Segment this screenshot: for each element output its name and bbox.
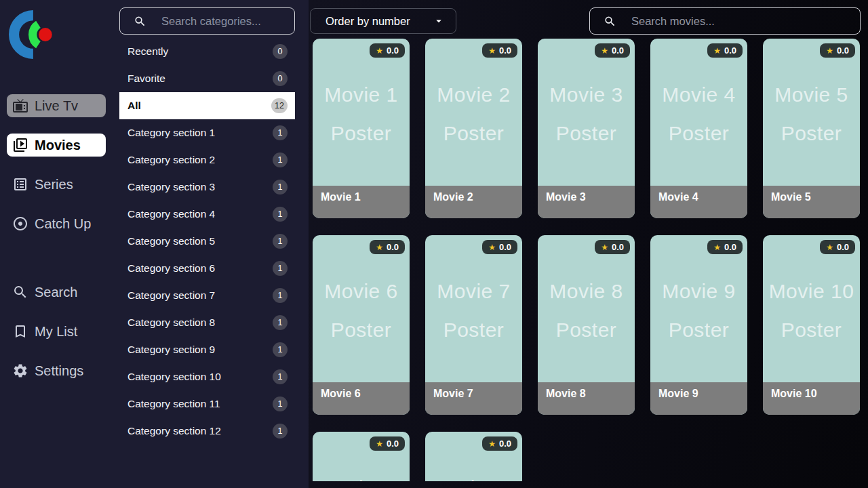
rating-value: 0.0 xyxy=(499,439,511,448)
category-row[interactable]: Category section 3 1 xyxy=(119,174,295,201)
category-label: Category section 6 xyxy=(127,262,215,274)
star-icon: ★ xyxy=(826,47,833,55)
category-label: Category section 9 xyxy=(127,344,215,356)
category-row[interactable]: Favorite 0 xyxy=(119,65,295,92)
series-icon xyxy=(12,176,28,192)
movie-title: Movie 2 xyxy=(425,186,522,218)
poster-line2: Poster xyxy=(331,319,392,342)
movie-card[interactable]: Movie 11 Poster ★ 0.0 Movie 11 xyxy=(313,432,410,481)
movie-card[interactable]: Movie 9 Poster ★ 0.0 Movie 9 xyxy=(650,235,747,415)
movie-card[interactable]: Movie 8 Poster ★ 0.0 Movie 8 xyxy=(538,235,635,415)
rating-value: 0.0 xyxy=(724,46,736,55)
movies-icon xyxy=(12,137,28,153)
catch-up-icon xyxy=(12,216,28,232)
movie-poster: Movie 10 Poster xyxy=(763,235,860,382)
sidebar-item-label: Settings xyxy=(35,363,83,379)
category-count-badge: 1 xyxy=(273,288,288,303)
rating-badge: ★ 0.0 xyxy=(820,43,855,58)
category-row[interactable]: Category section 6 1 xyxy=(119,255,295,282)
category-row[interactable]: Category section 8 1 xyxy=(119,309,295,336)
rating-value: 0.0 xyxy=(499,46,511,55)
movie-card[interactable]: Movie 12 Poster ★ 0.0 Movie 12 xyxy=(425,432,522,481)
movie-title: Movie 5 xyxy=(763,186,860,218)
poster-line1: Movie 9 xyxy=(662,280,736,303)
category-row[interactable]: Category section 11 1 xyxy=(119,390,295,418)
category-count-badge: 0 xyxy=(273,44,288,59)
movie-card[interactable]: Movie 5 Poster ★ 0.0 Movie 5 xyxy=(763,39,860,218)
sidebar-item-series[interactable]: Series xyxy=(7,173,106,196)
rating-value: 0.0 xyxy=(612,243,624,251)
rating-badge: ★ 0.0 xyxy=(370,240,405,254)
star-icon: ★ xyxy=(488,47,496,55)
poster-line1: Movie 2 xyxy=(437,83,511,106)
movie-card[interactable]: Movie 7 Poster ★ 0.0 Movie 7 xyxy=(425,235,522,415)
category-list: Recently 0 Favorite 0 All 12 Category se… xyxy=(119,38,295,445)
category-row[interactable]: Category section 12 1 xyxy=(119,418,295,445)
movie-card[interactable]: Movie 2 Poster ★ 0.0 Movie 2 xyxy=(425,39,522,218)
rating-badge: ★ 0.0 xyxy=(482,43,517,58)
poster-line1: Movie 8 xyxy=(549,280,623,303)
category-count-badge: 1 xyxy=(273,180,288,195)
rating-badge: ★ 0.0 xyxy=(370,436,405,451)
movie-card[interactable]: Movie 4 Poster ★ 0.0 Movie 4 xyxy=(650,39,747,218)
movie-poster: Movie 6 Poster xyxy=(313,235,410,382)
movie-title: Movie 6 xyxy=(313,382,410,415)
rating-value: 0.0 xyxy=(387,243,399,251)
category-label: Favorite xyxy=(127,73,165,85)
rating-value: 0.0 xyxy=(387,46,399,55)
category-count-badge: 1 xyxy=(273,315,288,330)
poster-line1: Movie 7 xyxy=(437,280,511,303)
movie-poster: Movie 7 Poster xyxy=(425,235,522,382)
category-row[interactable]: Category section 9 1 xyxy=(119,336,295,363)
category-label: Category section 3 xyxy=(127,181,215,193)
movie-title: Movie 3 xyxy=(538,186,635,218)
sidebar-item-label: My List xyxy=(35,324,77,340)
search-icon xyxy=(604,15,616,28)
category-count-badge: 1 xyxy=(273,234,288,249)
category-row[interactable]: Recently 0 xyxy=(119,38,295,65)
movie-card[interactable]: Movie 10 Poster ★ 0.0 Movie 10 xyxy=(763,235,860,415)
sidebar-item-settings[interactable]: Settings xyxy=(7,359,106,382)
category-row[interactable]: Category section 5 1 xyxy=(119,228,295,255)
category-label: All xyxy=(127,100,141,112)
movie-title: Movie 4 xyxy=(650,186,747,218)
category-row[interactable]: All 12 xyxy=(119,92,295,119)
category-label: Category section 11 xyxy=(127,398,220,410)
movie-title: Movie 1 xyxy=(313,186,410,218)
sidebar-item-label: Search xyxy=(35,285,77,300)
movie-poster: Movie 1 Poster xyxy=(313,39,410,186)
category-row[interactable]: Category section 10 1 xyxy=(119,363,295,390)
category-row[interactable]: Category section 1 1 xyxy=(119,119,295,146)
category-search-input[interactable] xyxy=(161,15,281,28)
category-label: Category section 12 xyxy=(127,425,221,437)
order-by-dropdown[interactable]: Order by number xyxy=(310,8,456,34)
movie-poster: Movie 5 Poster xyxy=(763,39,860,186)
category-row[interactable]: Category section 2 1 xyxy=(119,146,295,174)
category-label: Category section 1 xyxy=(127,127,215,139)
movie-grid: Movie 1 Poster ★ 0.0 Movie 1 Movie 2 Pos… xyxy=(313,39,868,481)
poster-line1: Movie 1 xyxy=(324,83,398,106)
rating-badge: ★ 0.0 xyxy=(482,240,517,254)
movie-search-input[interactable] xyxy=(631,15,846,28)
category-row[interactable]: Category section 7 1 xyxy=(119,282,295,309)
movie-card[interactable]: Movie 1 Poster ★ 0.0 Movie 1 xyxy=(313,39,410,218)
poster-line2: Poster xyxy=(331,122,392,145)
sidebar-item-live-tv[interactable]: Live Tv xyxy=(7,94,106,117)
poster-line1: Movie 5 xyxy=(774,83,848,106)
sidebar-item-my-list[interactable]: My List xyxy=(7,320,106,343)
poster-line1: Movie 3 xyxy=(549,83,623,106)
sidebar-item-movies[interactable]: Movies xyxy=(7,134,106,157)
rating-value: 0.0 xyxy=(724,243,736,251)
movie-card[interactable]: Movie 6 Poster ★ 0.0 Movie 6 xyxy=(313,235,410,415)
live-tv-icon xyxy=(12,98,28,114)
search-icon xyxy=(12,284,28,300)
poster-line2: Poster xyxy=(781,122,842,145)
poster-line1: Movie 10 xyxy=(769,280,854,303)
category-count-badge: 1 xyxy=(273,396,288,411)
category-row[interactable]: Category section 4 1 xyxy=(119,201,295,228)
movie-card[interactable]: Movie 3 Poster ★ 0.0 Movie 3 xyxy=(538,39,635,218)
sidebar-item-search[interactable]: Search xyxy=(7,281,106,304)
poster-line1: Movie 11 xyxy=(319,476,403,481)
sidebar-item-catch-up[interactable]: Catch Up xyxy=(7,212,106,235)
category-count-badge: 1 xyxy=(273,342,288,357)
